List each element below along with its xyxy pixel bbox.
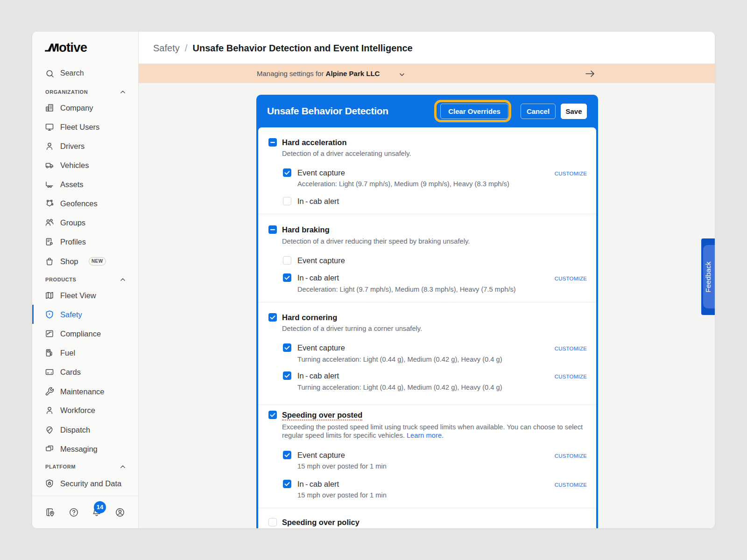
svg-text:otive: otive: [59, 41, 87, 52]
